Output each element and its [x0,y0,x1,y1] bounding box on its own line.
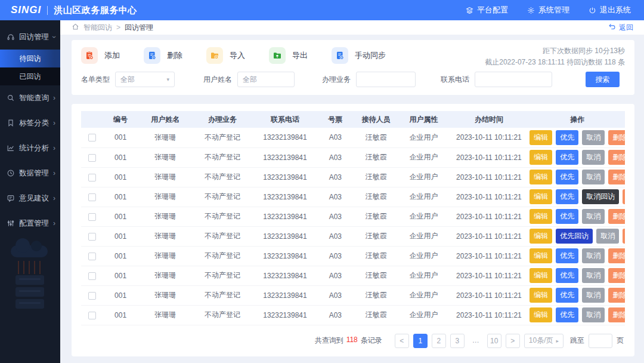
row-actions: 编辑优先取消删除 [530,307,625,322]
action-delete-button[interactable]: 删除 [608,288,625,303]
caret-down-icon: ▾ [166,76,169,82]
action-edit-button[interactable]: 编辑 [530,150,552,165]
action-edit-button[interactable]: 编辑 [530,307,552,322]
sidebar-item-pending-visit[interactable]: 待回访 [0,50,60,67]
sidebar-item-config-manage[interactable]: 配置管理 › [0,211,60,236]
sidebar-item-data-manage[interactable]: 数据管理 › [0,161,60,186]
page-size-select[interactable]: 10条/页 ▸ [524,334,564,348]
home-icon[interactable] [72,23,79,32]
sidebar-item-feedback[interactable]: 意见建议 › [0,186,60,211]
action-delete-button[interactable]: 删除 [608,130,625,145]
action-edit-button[interactable]: 编辑 [530,229,552,244]
cell-finish-time: 2023-10-11 10:11:21 [448,147,530,167]
search-button[interactable]: 搜索 [586,72,620,87]
delete-button[interactable]: 删除 [144,47,182,64]
cell-phone: 13232139841 [252,305,317,325]
layers-icon [466,7,473,14]
breadcrumb-parent[interactable]: 智能回访 [83,23,112,33]
action-priority-button[interactable]: 优先 [556,288,578,303]
action-edit-button[interactable]: 编辑 [530,209,552,224]
page-button[interactable]: 1 [413,334,428,348]
logout-label: 退出系统 [600,5,631,16]
action-priority-expanded-button[interactable]: 优先回访 [556,229,593,244]
action-cancel-button[interactable]: 取消 [582,307,605,322]
action-delete-button[interactable]: 删除 [608,170,625,184]
row-checkbox[interactable] [88,154,96,162]
next-page-button[interactable]: > [506,334,520,348]
page-button[interactable]: 10 [487,334,501,348]
action-delete-button[interactable]: 删除 [623,189,625,204]
manual-sync-button[interactable]: 手动同步 [332,47,386,64]
action-priority-button[interactable]: 优先 [556,170,578,184]
back-button[interactable]: 返回 [608,23,633,33]
import-button[interactable]: 导入 [206,47,245,64]
action-priority-button[interactable]: 优先 [556,307,578,322]
action-delete-button[interactable]: 删除 [608,268,625,283]
cell-finish-time: 2023-10-11 10:11:21 [448,305,530,325]
action-edit-button[interactable]: 编辑 [530,130,552,145]
logout-button[interactable]: 退出系统 [589,5,631,16]
page-button[interactable]: 2 [432,334,446,348]
platform-config-button[interactable]: 平台配置 [466,5,508,16]
row-checkbox[interactable] [88,312,96,319]
sidebar-item-statistics[interactable]: 统计分析 › [0,136,60,161]
row-checkbox[interactable] [88,253,96,260]
add-button[interactable]: 添加 [81,47,120,64]
cell-id: 001 [103,266,138,285]
action-delete-button[interactable]: 删除 [608,248,625,263]
prev-page-button[interactable]: < [395,334,409,348]
action-priority-button[interactable]: 优先 [556,248,578,263]
jump-page-input[interactable] [589,334,612,348]
action-delete-button[interactable]: 删除 [608,150,625,165]
cell-phone: 13232139841 [252,128,317,147]
list-type-select[interactable]: 全部 ▾ [115,72,175,87]
phone-input[interactable] [475,72,552,87]
action-priority-button[interactable]: 优先 [556,130,578,145]
row-checkbox[interactable] [88,213,96,221]
cell-phone: 13232139841 [252,167,317,187]
action-cancel-button[interactable]: 取消 [582,288,605,303]
action-cancel-button[interactable]: 取消 [582,170,605,184]
action-edit-button[interactable]: 编辑 [530,268,552,283]
action-delete-button[interactable]: 删除 [608,307,625,322]
sidebar-item-visit-manage[interactable]: 回访管理 › [0,24,60,50]
action-cancel-button[interactable]: 取消 [596,229,619,244]
col-receptionist: 接待人员 [353,111,400,128]
row-checkbox[interactable] [88,272,96,280]
action-cancel-button[interactable]: 取消 [582,209,605,224]
cell-receptionist: 汪敏霞 [353,285,400,305]
action-cancel-button[interactable]: 取消 [582,130,605,145]
row-checkbox[interactable] [88,174,96,182]
col-business: 办理业务 [193,111,252,128]
action-edit-button[interactable]: 编辑 [530,189,552,204]
col-finish-time: 办结时间 [448,111,530,128]
action-edit-button[interactable]: 编辑 [530,248,552,263]
sidebar-item-smart-query[interactable]: 智能查询 › [0,85,60,110]
action-priority-button[interactable]: 优先 [556,189,578,204]
row-checkbox[interactable] [88,193,96,201]
action-cancel-expanded-button[interactable]: 取消回访 [582,189,619,204]
action-priority-button[interactable]: 优先 [556,209,578,224]
sidebar-item-tag-category[interactable]: 标签分类 › [0,110,60,136]
row-checkbox[interactable] [88,233,96,241]
user-name-input[interactable] [237,72,295,87]
action-priority-button[interactable]: 优先 [556,268,578,283]
page-button[interactable]: 3 [450,334,465,348]
action-edit-button[interactable]: 编辑 [530,288,552,303]
action-priority-button[interactable]: 优先 [556,150,578,165]
business-input[interactable] [356,72,416,87]
action-cancel-button[interactable]: 取消 [582,248,605,263]
sidebar-item-visited[interactable]: 已回访 [0,67,60,85]
action-delete-button[interactable]: 删除 [623,229,625,244]
system-manage-button[interactable]: 系统管理 [527,5,569,16]
action-cancel-button[interactable]: 取消 [582,150,605,165]
cell-user-type: 企业用户 [399,285,448,305]
action-delete-button[interactable]: 删除 [608,209,625,224]
action-edit-button[interactable]: 编辑 [530,170,552,184]
row-checkbox[interactable] [88,292,96,300]
cell-business: 不动产登记 [193,246,252,266]
action-cancel-button[interactable]: 取消 [582,268,605,283]
row-checkbox[interactable] [88,134,96,141]
export-button[interactable]: 导出 [269,47,308,64]
cell-phone: 13232139841 [252,147,317,167]
